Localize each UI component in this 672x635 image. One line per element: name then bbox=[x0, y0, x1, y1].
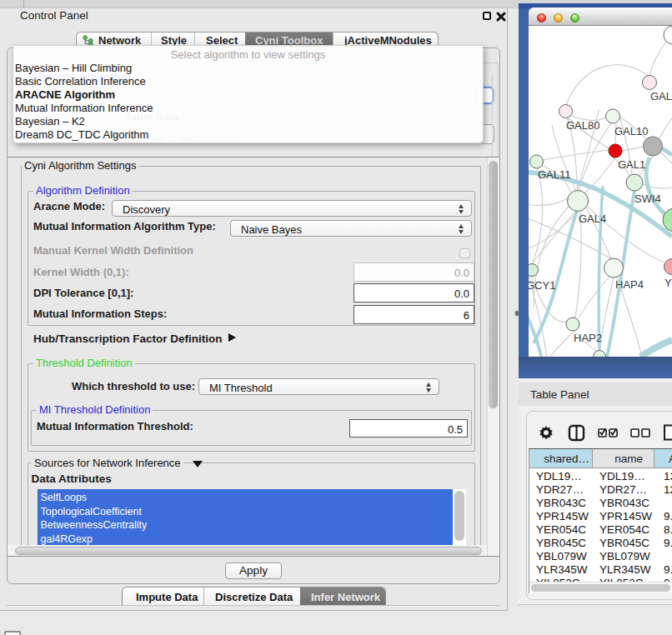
svg-text:Y: Y bbox=[664, 277, 672, 289]
svg-text:GAL1: GAL1 bbox=[618, 158, 645, 171]
svg-text:GAL80: GAL80 bbox=[566, 119, 599, 132]
svg-text:GAL11: GAL11 bbox=[538, 168, 571, 181]
svg-text:HAP2: HAP2 bbox=[574, 332, 602, 344]
svg-text:GCY1: GCY1 bbox=[529, 279, 555, 292]
svg-text:HAP4: HAP4 bbox=[615, 278, 644, 291]
svg-text:GAL4: GAL4 bbox=[579, 212, 606, 225]
svg-text:SWI4: SWI4 bbox=[634, 192, 661, 205]
svg-text:GAL7: GAL7 bbox=[650, 90, 672, 102]
svg-text:GAL10: GAL10 bbox=[614, 125, 648, 138]
